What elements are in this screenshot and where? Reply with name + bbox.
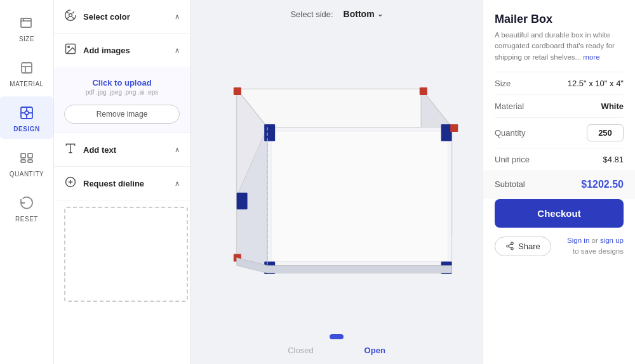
current-side: Bottom [344, 9, 375, 19]
add-text-header[interactable]: Add text ∧ [54, 133, 190, 166]
side-dropdown-chevron: ⌄ [377, 10, 383, 18]
sidebar-item-size[interactable]: SIZE [0, 6, 53, 49]
add-images-chevron: ∧ [175, 46, 180, 55]
preview-bottom: Closed Open [190, 334, 483, 364]
quantity-icon [17, 148, 37, 168]
material-label: Material [495, 101, 524, 111]
text-icon [64, 142, 77, 157]
toggle-dot-active [330, 334, 344, 339]
request-dieline-header[interactable]: Request dieline ∧ [54, 167, 190, 200]
request-dieline-chevron: ∧ [175, 179, 180, 188]
sidebar-item-size-label: SIZE [19, 36, 34, 42]
subtotal-label: Subtotal [495, 179, 525, 189]
preview-area: Select side: Bottom ⌄ [190, 0, 483, 364]
svg-rect-13 [28, 153, 32, 158]
svg-rect-28 [237, 193, 248, 210]
sidebar-item-design[interactable]: DESIGN [0, 96, 53, 139]
add-images-title: Add images [83, 46, 130, 55]
material-row: Material White [495, 94, 624, 117]
select-color-header[interactable]: Select color ∧ [54, 0, 190, 33]
svg-rect-12 [21, 153, 25, 158]
svg-point-40 [507, 245, 509, 247]
design-canvas [64, 207, 188, 302]
svg-line-42 [509, 247, 511, 248]
subtotal-row: Subtotal $1202.50 [483, 171, 635, 199]
svg-point-41 [511, 247, 514, 250]
select-color-section: Select color ∧ [54, 0, 190, 34]
svg-point-16 [69, 14, 72, 17]
svg-rect-30 [441, 124, 452, 141]
svg-rect-35 [450, 124, 458, 132]
color-icon [64, 9, 77, 24]
view-open[interactable]: Open [364, 346, 385, 355]
add-text-title: Add text [83, 145, 116, 155]
sidebar-item-design-label: DESIGN [13, 126, 39, 133]
add-text-section: Add text ∧ [54, 133, 190, 167]
unit-price-label: Unit price [495, 155, 530, 164]
sidebar-item-reset-label: RESET [15, 216, 38, 223]
size-value: 12.5" x 10" x 4" [568, 79, 624, 88]
share-button[interactable]: Share [495, 237, 551, 256]
quantity-row: Quantity [495, 117, 624, 148]
sign-up-link[interactable]: sign up [600, 237, 624, 244]
unit-price-value: $4.81 [603, 155, 624, 164]
remove-image-button[interactable]: Remove image [64, 105, 180, 124]
material-value: White [601, 101, 624, 111]
share-row: Share Sign in or sign up to save designs [495, 235, 624, 257]
request-dieline-header-left: Request dieline [64, 176, 144, 191]
svg-line-43 [509, 244, 511, 245]
add-images-body: Click to upload pdf .jpg .jpeg .png .ai … [54, 67, 190, 133]
box-illustration [190, 28, 483, 334]
svg-rect-14 [21, 160, 25, 162]
add-text-header-left: Add text [64, 142, 116, 157]
add-images-header[interactable]: Add images ∧ [54, 34, 190, 67]
size-icon [17, 13, 37, 33]
upload-area[interactable]: Click to upload pdf .jpg .jpeg .png .ai … [64, 73, 180, 98]
design-icon [17, 103, 37, 123]
sign-suffix: to save designs [573, 247, 624, 255]
tool-panel: Select color ∧ Add images ∧ Click t [54, 0, 190, 364]
or-text: or [591, 237, 599, 244]
material-icon [17, 58, 37, 78]
select-side-label: Select side: [290, 10, 333, 19]
sidebar-item-material-label: MATERIAL [10, 81, 43, 88]
request-dieline-title: Request dieline [83, 179, 144, 188]
svg-point-18 [68, 46, 70, 48]
image-icon [64, 42, 77, 58]
view-closed[interactable]: Closed [288, 346, 313, 355]
reset-icon [17, 193, 37, 213]
checkout-button[interactable]: Checkout [495, 199, 624, 228]
toggle-dots [330, 334, 344, 339]
svg-rect-15 [28, 160, 32, 162]
add-text-chevron: ∧ [175, 146, 180, 154]
unit-price-row: Unit price $4.81 [495, 148, 624, 171]
size-row: Size 12.5" x 10" x 4" [495, 72, 624, 94]
dieline-icon [64, 176, 77, 191]
request-dieline-section: Request dieline ∧ [54, 167, 190, 200]
share-icon [505, 242, 514, 250]
view-labels: Closed Open [288, 346, 385, 355]
sign-in-link[interactable]: Sign in [567, 237, 589, 244]
select-color-title: Select color [83, 12, 130, 22]
quantity-input[interactable] [587, 124, 624, 141]
upload-label[interactable]: Click to upload [64, 78, 180, 88]
more-link[interactable]: more [583, 53, 599, 61]
sidebar-item-reset[interactable]: RESET [0, 186, 53, 229]
add-images-section: Add images ∧ Click to upload pdf .jpg .j… [54, 34, 190, 133]
sidebar-item-quantity[interactable]: QUANTITY [0, 141, 53, 184]
svg-point-39 [511, 242, 514, 245]
svg-marker-27 [271, 131, 448, 262]
upload-hint: pdf .jpg .jpeg .png .ai .eps [64, 89, 180, 96]
preview-topbar: Select side: Bottom ⌄ [190, 0, 483, 28]
svg-rect-3 [22, 63, 32, 73]
select-side-dropdown[interactable]: Bottom ⌄ [344, 9, 383, 19]
sidebar-item-quantity-label: QUANTITY [10, 171, 44, 178]
svg-point-7 [25, 111, 29, 115]
svg-rect-34 [420, 88, 427, 95]
select-color-chevron: ∧ [175, 13, 180, 21]
sidebar-item-material[interactable]: MATERIAL [0, 51, 53, 94]
size-label: Size [495, 79, 511, 88]
subtotal-value: $1202.50 [581, 179, 624, 190]
add-images-header-left: Add images [64, 42, 130, 58]
share-label: Share [518, 242, 540, 251]
